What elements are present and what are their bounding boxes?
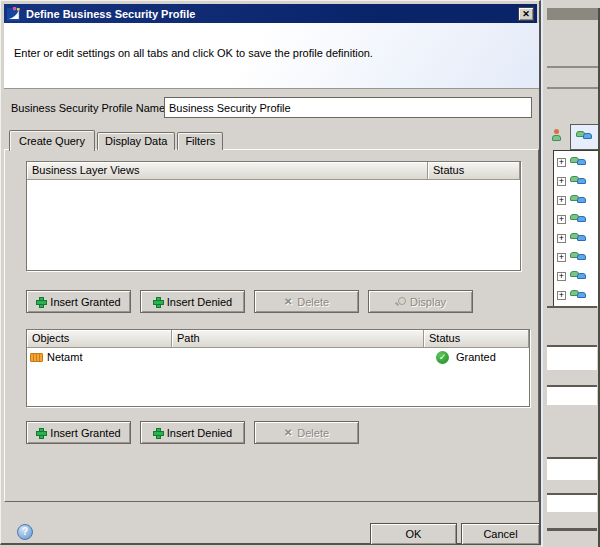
objects-table-header: Objects Path Status xyxy=(27,330,529,348)
background-field xyxy=(547,387,597,405)
insert-plus-icon xyxy=(36,428,45,437)
tree-item[interactable]: + xyxy=(554,210,598,229)
user-group-icon xyxy=(570,175,587,189)
objects-table[interactable]: Objects Path Status Netamt ✓ Granted xyxy=(26,329,530,407)
tree-item[interactable]: + xyxy=(554,172,598,191)
tab-create-query[interactable]: Create Query xyxy=(9,130,95,151)
column-header-path[interactable]: Path xyxy=(172,330,424,348)
delete-button[interactable]: ✕ Delete xyxy=(254,421,359,444)
measure-icon xyxy=(30,353,43,362)
user-group-icon xyxy=(570,251,587,265)
divider xyxy=(547,87,598,89)
cancel-button[interactable]: Cancel xyxy=(461,523,540,545)
tabstrip: Create Query Display Data Filters xyxy=(9,129,225,150)
insert-plus-icon xyxy=(153,297,162,306)
create-query-tab-panel: Business Layer Views Status Insert Grant… xyxy=(4,149,539,502)
profile-name-label: Business Security Profile Name xyxy=(11,102,165,114)
granted-check-icon: ✓ xyxy=(436,351,449,364)
expand-icon[interactable]: + xyxy=(557,291,566,300)
insert-plus-icon xyxy=(36,297,45,306)
user-icon[interactable] xyxy=(552,129,562,142)
tab-filters[interactable]: Filters xyxy=(177,132,223,150)
background-field xyxy=(547,347,597,370)
divider xyxy=(547,66,598,68)
tree-item[interactable]: + xyxy=(554,248,598,267)
tab-display-data[interactable]: Display Data xyxy=(97,132,175,150)
user-group-tree[interactable]: + + + + + + + xyxy=(553,150,598,306)
user-group-icon xyxy=(570,270,587,284)
screen: Define Business Security Profile ✕ Enter… xyxy=(0,0,600,547)
tree-item[interactable]: + xyxy=(554,191,598,210)
define-business-security-profile-dialog: Define Business Security Profile ✕ Enter… xyxy=(0,0,541,545)
insert-denied-button[interactable]: Insert Denied xyxy=(140,421,245,444)
expand-icon[interactable]: + xyxy=(557,215,566,224)
expand-icon[interactable]: + xyxy=(557,253,566,262)
column-header-business-layer-views[interactable]: Business Layer Views xyxy=(27,162,428,180)
expand-icon[interactable]: + xyxy=(557,196,566,205)
user-group-icon xyxy=(570,194,587,208)
table-row-netamt[interactable]: Netamt ✓ Granted xyxy=(27,348,529,366)
background-field xyxy=(547,459,597,480)
dialog-title: Define Business Security Profile xyxy=(26,8,518,20)
background-window-panel: + + + + + + + xyxy=(541,0,600,547)
dialog-titlebar[interactable]: Define Business Security Profile ✕ xyxy=(4,4,537,23)
background-field xyxy=(547,495,597,512)
user-group-icon xyxy=(570,232,587,246)
magnifier-icon xyxy=(395,297,405,307)
profile-name-input[interactable] xyxy=(164,97,532,118)
business-layer-views-table[interactable]: Business Layer Views Status xyxy=(26,161,521,271)
expand-icon[interactable]: + xyxy=(557,158,566,167)
help-icon[interactable]: ? xyxy=(17,524,33,540)
user-group-icon xyxy=(570,289,587,303)
close-icon[interactable]: ✕ xyxy=(518,7,534,21)
column-header-status[interactable]: Status xyxy=(424,330,529,348)
delete-button[interactable]: ✕ Delete xyxy=(254,290,359,313)
insert-granted-button[interactable]: Insert Granted xyxy=(26,290,131,313)
user-group-toolbar-button[interactable] xyxy=(570,124,599,150)
tree-item[interactable]: + xyxy=(554,153,598,172)
app-icon xyxy=(7,7,22,21)
display-button[interactable]: Display xyxy=(368,290,473,313)
insert-granted-button[interactable]: Insert Granted xyxy=(26,421,131,444)
tree-item[interactable]: + xyxy=(554,286,598,305)
views-table-header: Business Layer Views Status xyxy=(27,162,520,180)
user-group-icon xyxy=(570,156,587,170)
object-name: Netamt xyxy=(47,351,82,363)
status-badge: Granted xyxy=(456,351,496,363)
divider xyxy=(547,306,597,308)
dialog-header-banner: Enter or edit settings on all tabs and c… xyxy=(4,23,539,89)
divider xyxy=(547,528,597,531)
user-group-icon xyxy=(576,130,593,144)
user-group-icon xyxy=(570,213,587,227)
tree-item[interactable]: + xyxy=(554,267,598,286)
views-button-row: Insert Granted Insert Denied ✕ Delete Di… xyxy=(26,290,482,313)
expand-icon[interactable]: + xyxy=(557,177,566,186)
expand-icon[interactable]: + xyxy=(557,272,566,281)
expand-icon[interactable]: + xyxy=(557,234,566,243)
objects-button-row: Insert Granted Insert Denied ✕ Delete xyxy=(26,421,368,444)
ok-button[interactable]: OK xyxy=(370,523,457,545)
insert-plus-icon xyxy=(153,428,162,437)
column-header-status[interactable]: Status xyxy=(428,162,520,180)
column-header-objects[interactable]: Objects xyxy=(27,330,172,348)
insert-denied-button[interactable]: Insert Denied xyxy=(140,290,245,313)
delete-x-icon: ✕ xyxy=(284,296,292,307)
background-header-band xyxy=(547,8,598,20)
dialog-description: Enter or edit settings on all tabs and c… xyxy=(14,47,373,59)
delete-x-icon: ✕ xyxy=(284,427,292,438)
tree-item[interactable]: + xyxy=(554,229,598,248)
